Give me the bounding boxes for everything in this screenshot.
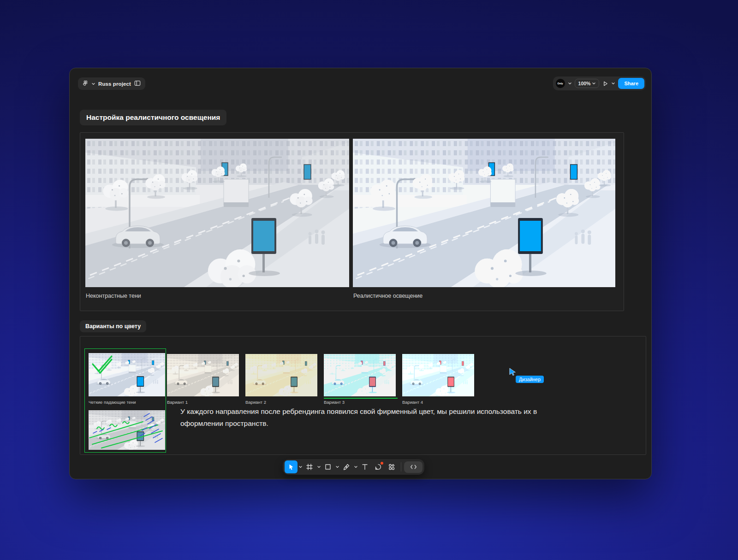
present-chevron-icon[interactable] <box>612 82 615 85</box>
figma-menu-icon[interactable] <box>83 80 89 88</box>
present-play-icon[interactable] <box>602 81 608 87</box>
caption-right: Реалистичное освещение <box>353 293 423 299</box>
zoom-control[interactable]: 100% <box>575 79 600 88</box>
image-flat-shadows[interactable] <box>85 139 349 287</box>
annotated-shadow-image[interactable] <box>89 410 165 450</box>
design-toolbar <box>283 459 424 475</box>
shape-tool[interactable] <box>321 460 334 473</box>
section-title-lighting: Настройка реалистичного освещения <box>80 110 226 125</box>
layout-panel-icon[interactable] <box>134 80 141 88</box>
thumbnail-label: Вариант 3 <box>324 400 345 405</box>
caption-left: Неконтрастные тени <box>86 293 141 299</box>
zoom-level: 100% <box>578 81 591 86</box>
thumbnail-variant-4[interactable] <box>402 354 474 396</box>
move-tool-chevron-icon[interactable] <box>298 460 303 473</box>
thumbnail-variant-2[interactable] <box>245 354 317 396</box>
shadow-annotations <box>89 410 165 450</box>
toolbar-divider <box>401 462 401 472</box>
collaborator-name-badge: Дизайнер <box>516 376 544 383</box>
move-tool[interactable] <box>285 460 298 473</box>
frame-tool-chevron-icon[interactable] <box>316 460 321 473</box>
variants-panel: Четкие падающие тени Вариант 1 Вариант 2… <box>80 336 646 455</box>
topbar-right: Only 100% Share <box>553 77 646 90</box>
pen-tool-chevron-icon[interactable] <box>353 460 358 473</box>
shape-tool-chevron-icon[interactable] <box>335 460 339 473</box>
project-name[interactable]: Russ project <box>98 81 131 87</box>
comment-notification-dot <box>381 462 383 465</box>
thumbnail-label: Четкие падающие тени <box>89 400 136 405</box>
topbar-left[interactable]: Russ project <box>78 77 145 90</box>
figma-window: Russ project Only 100% Share Настройка р… <box>69 68 652 479</box>
variant-3-selection-underline <box>324 398 398 399</box>
thumbnail-label: Вариант 2 <box>245 400 266 405</box>
green-check-annotation <box>89 353 165 396</box>
dev-mode-toggle[interactable] <box>404 461 423 473</box>
cursor-arrow-icon <box>509 368 517 376</box>
actions-tool[interactable] <box>385 460 398 473</box>
thumbnail-label: Вариант 1 <box>167 400 188 405</box>
chevron-down-icon[interactable] <box>92 83 95 85</box>
thumbnail-variant-1[interactable] <box>167 354 239 396</box>
avatar[interactable]: Only <box>556 79 565 88</box>
image-realistic-lighting[interactable] <box>353 139 615 287</box>
comment-tool[interactable] <box>372 460 385 473</box>
frame-tool[interactable] <box>303 460 316 473</box>
share-button[interactable]: Share <box>618 78 644 89</box>
thumbnail-label: Вариант 4 <box>402 400 423 405</box>
lighting-panel: Неконтрастные тени Реалистичное освещени… <box>80 132 624 311</box>
pen-tool[interactable] <box>340 460 353 473</box>
thumbnail-sharp-shadows[interactable] <box>89 353 165 396</box>
section-title-color-variants: Варианты по цвету <box>80 320 146 332</box>
avatar-chevron-icon[interactable] <box>568 82 571 85</box>
text-tool[interactable] <box>358 460 371 473</box>
variants-description: У каждого направления после ребрендинга … <box>180 406 570 429</box>
thumbnail-variant-3[interactable] <box>324 354 396 396</box>
collaborator-cursor: Дизайнер <box>509 368 517 378</box>
